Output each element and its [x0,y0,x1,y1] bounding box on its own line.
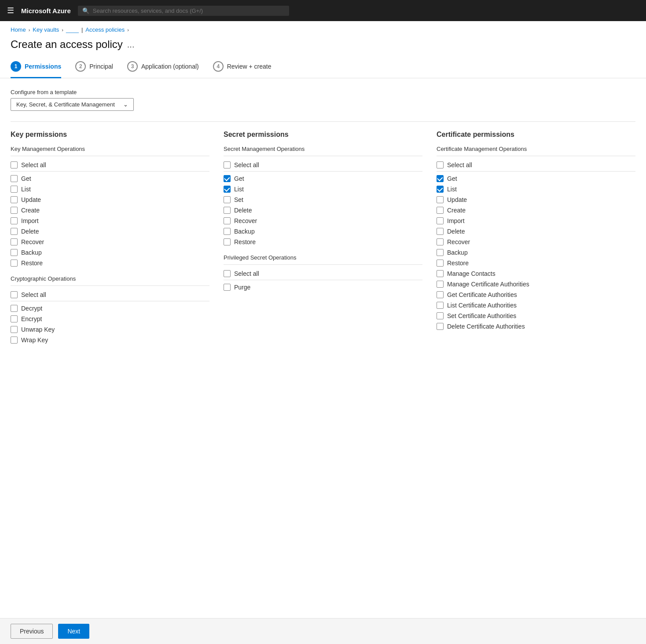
cert-create[interactable]: Create [437,205,635,216]
page-ellipsis[interactable]: ... [127,40,135,50]
wizard-step-3[interactable]: 3 Application (optional) [127,61,199,78]
cert-delete[interactable]: Delete [437,226,635,237]
step-label-4: Review + create [227,63,272,70]
key-unwrap-checkbox[interactable] [11,326,18,333]
cert-set-ca[interactable]: Set Certificate Authorities [437,311,635,321]
secret-list-checkbox[interactable] [224,186,231,193]
priv-secret-select-all-checkbox[interactable] [224,270,231,277]
breadcrumb-access-policies[interactable]: Access policies [85,26,125,33]
hamburger-icon[interactable]: ☰ [7,6,14,15]
secret-restore[interactable]: Restore [224,237,422,247]
cert-update[interactable]: Update [437,194,635,205]
cert-recover-checkbox[interactable] [437,238,444,245]
key-restore[interactable]: Restore [11,258,209,268]
cert-manage-contacts[interactable]: Manage Contacts [437,268,635,279]
key-wrap[interactable]: Wrap Key [11,335,209,345]
key-backup-checkbox[interactable] [11,249,18,256]
key-list[interactable]: List [11,184,209,194]
cert-update-checkbox[interactable] [437,196,444,203]
key-backup[interactable]: Backup [11,247,209,258]
key-update-checkbox[interactable] [11,196,18,203]
cert-manage-ca[interactable]: Manage Certificate Authorities [437,279,635,289]
breadcrumb-home[interactable]: Home [11,26,26,33]
key-select-all-checkbox[interactable] [11,161,18,168]
cert-restore-label: Restore [447,260,469,267]
key-select-all[interactable]: Select all [11,160,209,172]
cert-set-ca-checkbox[interactable] [437,312,444,319]
cert-delete-ca[interactable]: Delete Certificate Authorities [437,321,635,332]
secret-purge-checkbox[interactable] [224,284,231,291]
key-get-checkbox[interactable] [11,175,18,182]
cert-backup-checkbox[interactable] [437,249,444,256]
key-restore-checkbox[interactable] [11,260,18,267]
key-list-checkbox[interactable] [11,186,18,193]
secret-delete-label: Delete [234,207,252,214]
key-create[interactable]: Create [11,205,209,216]
cert-get-ca-checkbox[interactable] [437,291,444,298]
key-unwrap[interactable]: Unwrap Key [11,324,209,335]
search-input[interactable] [93,7,285,14]
wizard-step-1[interactable]: 1 Permissions [11,61,61,78]
secret-backup-label: Backup [234,228,255,235]
cert-list-ca[interactable]: List Certificate Authorities [437,300,635,311]
key-create-checkbox[interactable] [11,207,18,214]
secret-get-checkbox[interactable] [224,175,231,182]
cert-select-all[interactable]: Select all [437,160,635,172]
key-encrypt-checkbox[interactable] [11,315,18,322]
secret-list[interactable]: List [224,184,422,194]
cert-recover[interactable]: Recover [437,237,635,247]
cert-create-checkbox[interactable] [437,207,444,214]
cert-restore-checkbox[interactable] [437,260,444,267]
secret-get[interactable]: Get [224,173,422,184]
key-delete[interactable]: Delete [11,226,209,237]
wizard-step-4[interactable]: 4 Review + create [213,61,272,78]
cert-backup[interactable]: Backup [437,247,635,258]
key-recover-checkbox[interactable] [11,238,18,245]
cert-import-checkbox[interactable] [437,217,444,224]
crypto-select-all-checkbox[interactable] [11,291,18,298]
key-decrypt-checkbox[interactable] [11,305,18,312]
key-decrypt[interactable]: Decrypt [11,303,209,314]
cert-select-all-checkbox[interactable] [437,161,444,168]
cert-restore[interactable]: Restore [437,258,635,268]
secret-purge[interactable]: Purge [224,282,422,293]
secret-delete[interactable]: Delete [224,205,422,216]
wizard-step-2[interactable]: 2 Principal [75,61,113,78]
breadcrumb-key-vaults[interactable]: Key vaults [33,26,59,33]
cert-create-label: Create [447,207,466,214]
cert-delete-ca-checkbox[interactable] [437,323,444,330]
cert-import[interactable]: Import [437,216,635,226]
key-get[interactable]: Get [11,173,209,184]
key-wrap-checkbox[interactable] [11,337,18,344]
key-encrypt[interactable]: Encrypt [11,314,209,324]
cert-get[interactable]: Get [437,173,635,184]
secret-recover[interactable]: Recover [224,216,422,226]
key-import-checkbox[interactable] [11,217,18,224]
cert-manage-ca-checkbox[interactable] [437,281,444,288]
secret-backup-checkbox[interactable] [224,228,231,235]
cert-list-ca-checkbox[interactable] [437,302,444,309]
secret-backup[interactable]: Backup [224,226,422,237]
secret-set-checkbox[interactable] [224,196,231,203]
key-delete-checkbox[interactable] [11,228,18,235]
cert-list[interactable]: List [437,184,635,194]
cert-manage-contacts-checkbox[interactable] [437,270,444,277]
secret-set[interactable]: Set [224,194,422,205]
breadcrumb-vault-name[interactable]: ____ [66,26,79,33]
secret-delete-checkbox[interactable] [224,207,231,214]
secret-select-all-checkbox[interactable] [224,161,231,168]
secret-restore-checkbox[interactable] [224,238,231,245]
secret-recover-checkbox[interactable] [224,217,231,224]
cert-get-ca[interactable]: Get Certificate Authorities [437,289,635,300]
secret-select-all[interactable]: Select all [224,160,422,172]
cert-list-checkbox[interactable] [437,186,444,193]
priv-secret-select-all[interactable]: Select all [224,268,422,280]
crypto-select-all[interactable]: Select all [11,289,209,301]
template-select[interactable]: Key, Secret, & Certificate Management ⌄ [11,98,134,111]
search-box[interactable]: 🔍 [78,6,289,16]
cert-get-checkbox[interactable] [437,175,444,182]
key-update[interactable]: Update [11,194,209,205]
key-recover[interactable]: Recover [11,237,209,247]
cert-delete-checkbox[interactable] [437,228,444,235]
key-import[interactable]: Import [11,216,209,226]
